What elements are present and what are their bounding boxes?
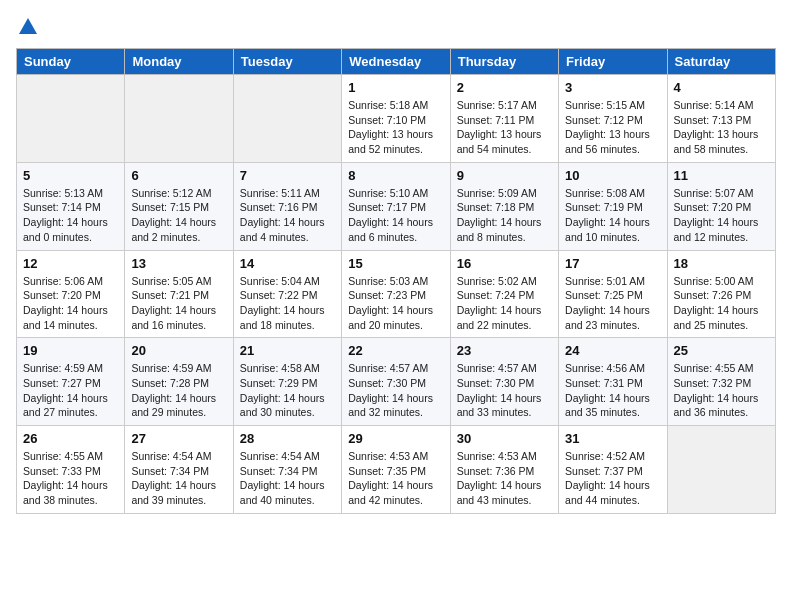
weekday-header: Thursday bbox=[450, 49, 558, 75]
weekday-header: Tuesday bbox=[233, 49, 341, 75]
calendar-cell: 30Sunrise: 4:53 AM Sunset: 7:36 PM Dayli… bbox=[450, 426, 558, 514]
calendar-cell bbox=[667, 426, 775, 514]
svg-marker-0 bbox=[19, 18, 37, 34]
day-number: 17 bbox=[565, 256, 660, 271]
day-number: 30 bbox=[457, 431, 552, 446]
page-header bbox=[16, 16, 776, 38]
day-info: Sunrise: 4:59 AM Sunset: 7:27 PM Dayligh… bbox=[23, 361, 118, 420]
day-number: 24 bbox=[565, 343, 660, 358]
day-info: Sunrise: 4:58 AM Sunset: 7:29 PM Dayligh… bbox=[240, 361, 335, 420]
calendar-cell bbox=[233, 75, 341, 163]
calendar-week-row: 12Sunrise: 5:06 AM Sunset: 7:20 PM Dayli… bbox=[17, 250, 776, 338]
calendar-cell: 17Sunrise: 5:01 AM Sunset: 7:25 PM Dayli… bbox=[559, 250, 667, 338]
day-info: Sunrise: 4:56 AM Sunset: 7:31 PM Dayligh… bbox=[565, 361, 660, 420]
weekday-header: Wednesday bbox=[342, 49, 450, 75]
calendar-cell: 5Sunrise: 5:13 AM Sunset: 7:14 PM Daylig… bbox=[17, 162, 125, 250]
calendar-cell: 13Sunrise: 5:05 AM Sunset: 7:21 PM Dayli… bbox=[125, 250, 233, 338]
day-number: 7 bbox=[240, 168, 335, 183]
day-info: Sunrise: 4:57 AM Sunset: 7:30 PM Dayligh… bbox=[348, 361, 443, 420]
calendar-cell: 24Sunrise: 4:56 AM Sunset: 7:31 PM Dayli… bbox=[559, 338, 667, 426]
day-number: 6 bbox=[131, 168, 226, 183]
day-info: Sunrise: 5:06 AM Sunset: 7:20 PM Dayligh… bbox=[23, 274, 118, 333]
calendar-week-row: 19Sunrise: 4:59 AM Sunset: 7:27 PM Dayli… bbox=[17, 338, 776, 426]
day-number: 22 bbox=[348, 343, 443, 358]
day-number: 9 bbox=[457, 168, 552, 183]
day-number: 15 bbox=[348, 256, 443, 271]
day-info: Sunrise: 4:57 AM Sunset: 7:30 PM Dayligh… bbox=[457, 361, 552, 420]
calendar-cell: 20Sunrise: 4:59 AM Sunset: 7:28 PM Dayli… bbox=[125, 338, 233, 426]
weekday-header: Sunday bbox=[17, 49, 125, 75]
day-number: 21 bbox=[240, 343, 335, 358]
calendar-cell: 2Sunrise: 5:17 AM Sunset: 7:11 PM Daylig… bbox=[450, 75, 558, 163]
weekday-header: Monday bbox=[125, 49, 233, 75]
day-number: 25 bbox=[674, 343, 769, 358]
day-info: Sunrise: 5:11 AM Sunset: 7:16 PM Dayligh… bbox=[240, 186, 335, 245]
calendar-cell: 3Sunrise: 5:15 AM Sunset: 7:12 PM Daylig… bbox=[559, 75, 667, 163]
day-info: Sunrise: 5:15 AM Sunset: 7:12 PM Dayligh… bbox=[565, 98, 660, 157]
day-number: 13 bbox=[131, 256, 226, 271]
calendar-cell: 16Sunrise: 5:02 AM Sunset: 7:24 PM Dayli… bbox=[450, 250, 558, 338]
calendar-cell: 23Sunrise: 4:57 AM Sunset: 7:30 PM Dayli… bbox=[450, 338, 558, 426]
day-info: Sunrise: 5:13 AM Sunset: 7:14 PM Dayligh… bbox=[23, 186, 118, 245]
day-number: 31 bbox=[565, 431, 660, 446]
day-number: 4 bbox=[674, 80, 769, 95]
calendar-cell: 26Sunrise: 4:55 AM Sunset: 7:33 PM Dayli… bbox=[17, 426, 125, 514]
day-number: 28 bbox=[240, 431, 335, 446]
calendar-cell: 12Sunrise: 5:06 AM Sunset: 7:20 PM Dayli… bbox=[17, 250, 125, 338]
day-info: Sunrise: 5:10 AM Sunset: 7:17 PM Dayligh… bbox=[348, 186, 443, 245]
calendar-cell: 10Sunrise: 5:08 AM Sunset: 7:19 PM Dayli… bbox=[559, 162, 667, 250]
calendar-cell: 4Sunrise: 5:14 AM Sunset: 7:13 PM Daylig… bbox=[667, 75, 775, 163]
calendar-week-row: 1Sunrise: 5:18 AM Sunset: 7:10 PM Daylig… bbox=[17, 75, 776, 163]
calendar-cell: 31Sunrise: 4:52 AM Sunset: 7:37 PM Dayli… bbox=[559, 426, 667, 514]
day-info: Sunrise: 5:02 AM Sunset: 7:24 PM Dayligh… bbox=[457, 274, 552, 333]
day-info: Sunrise: 5:09 AM Sunset: 7:18 PM Dayligh… bbox=[457, 186, 552, 245]
day-info: Sunrise: 4:54 AM Sunset: 7:34 PM Dayligh… bbox=[240, 449, 335, 508]
day-number: 11 bbox=[674, 168, 769, 183]
calendar-cell: 7Sunrise: 5:11 AM Sunset: 7:16 PM Daylig… bbox=[233, 162, 341, 250]
calendar-cell: 6Sunrise: 5:12 AM Sunset: 7:15 PM Daylig… bbox=[125, 162, 233, 250]
weekday-header: Friday bbox=[559, 49, 667, 75]
calendar-cell: 18Sunrise: 5:00 AM Sunset: 7:26 PM Dayli… bbox=[667, 250, 775, 338]
calendar-cell: 29Sunrise: 4:53 AM Sunset: 7:35 PM Dayli… bbox=[342, 426, 450, 514]
day-info: Sunrise: 4:59 AM Sunset: 7:28 PM Dayligh… bbox=[131, 361, 226, 420]
logo bbox=[16, 16, 40, 38]
day-info: Sunrise: 5:01 AM Sunset: 7:25 PM Dayligh… bbox=[565, 274, 660, 333]
day-number: 14 bbox=[240, 256, 335, 271]
calendar-cell: 25Sunrise: 4:55 AM Sunset: 7:32 PM Dayli… bbox=[667, 338, 775, 426]
day-info: Sunrise: 4:55 AM Sunset: 7:32 PM Dayligh… bbox=[674, 361, 769, 420]
day-info: Sunrise: 5:08 AM Sunset: 7:19 PM Dayligh… bbox=[565, 186, 660, 245]
day-number: 27 bbox=[131, 431, 226, 446]
calendar-table: SundayMondayTuesdayWednesdayThursdayFrid… bbox=[16, 48, 776, 514]
day-info: Sunrise: 5:07 AM Sunset: 7:20 PM Dayligh… bbox=[674, 186, 769, 245]
calendar-week-row: 26Sunrise: 4:55 AM Sunset: 7:33 PM Dayli… bbox=[17, 426, 776, 514]
day-number: 26 bbox=[23, 431, 118, 446]
day-info: Sunrise: 4:53 AM Sunset: 7:35 PM Dayligh… bbox=[348, 449, 443, 508]
day-number: 19 bbox=[23, 343, 118, 358]
calendar-cell bbox=[125, 75, 233, 163]
calendar-cell: 22Sunrise: 4:57 AM Sunset: 7:30 PM Dayli… bbox=[342, 338, 450, 426]
day-info: Sunrise: 5:05 AM Sunset: 7:21 PM Dayligh… bbox=[131, 274, 226, 333]
day-info: Sunrise: 5:14 AM Sunset: 7:13 PM Dayligh… bbox=[674, 98, 769, 157]
day-info: Sunrise: 4:55 AM Sunset: 7:33 PM Dayligh… bbox=[23, 449, 118, 508]
day-info: Sunrise: 5:12 AM Sunset: 7:15 PM Dayligh… bbox=[131, 186, 226, 245]
day-number: 5 bbox=[23, 168, 118, 183]
calendar-week-row: 5Sunrise: 5:13 AM Sunset: 7:14 PM Daylig… bbox=[17, 162, 776, 250]
day-info: Sunrise: 4:53 AM Sunset: 7:36 PM Dayligh… bbox=[457, 449, 552, 508]
day-number: 18 bbox=[674, 256, 769, 271]
calendar-cell: 19Sunrise: 4:59 AM Sunset: 7:27 PM Dayli… bbox=[17, 338, 125, 426]
day-number: 20 bbox=[131, 343, 226, 358]
calendar-cell: 14Sunrise: 5:04 AM Sunset: 7:22 PM Dayli… bbox=[233, 250, 341, 338]
day-info: Sunrise: 5:18 AM Sunset: 7:10 PM Dayligh… bbox=[348, 98, 443, 157]
calendar-cell bbox=[17, 75, 125, 163]
day-number: 29 bbox=[348, 431, 443, 446]
weekday-header-row: SundayMondayTuesdayWednesdayThursdayFrid… bbox=[17, 49, 776, 75]
calendar-cell: 27Sunrise: 4:54 AM Sunset: 7:34 PM Dayli… bbox=[125, 426, 233, 514]
weekday-header: Saturday bbox=[667, 49, 775, 75]
calendar-cell: 11Sunrise: 5:07 AM Sunset: 7:20 PM Dayli… bbox=[667, 162, 775, 250]
day-number: 23 bbox=[457, 343, 552, 358]
day-number: 8 bbox=[348, 168, 443, 183]
logo-icon bbox=[17, 16, 39, 42]
day-number: 10 bbox=[565, 168, 660, 183]
day-number: 2 bbox=[457, 80, 552, 95]
day-info: Sunrise: 5:00 AM Sunset: 7:26 PM Dayligh… bbox=[674, 274, 769, 333]
